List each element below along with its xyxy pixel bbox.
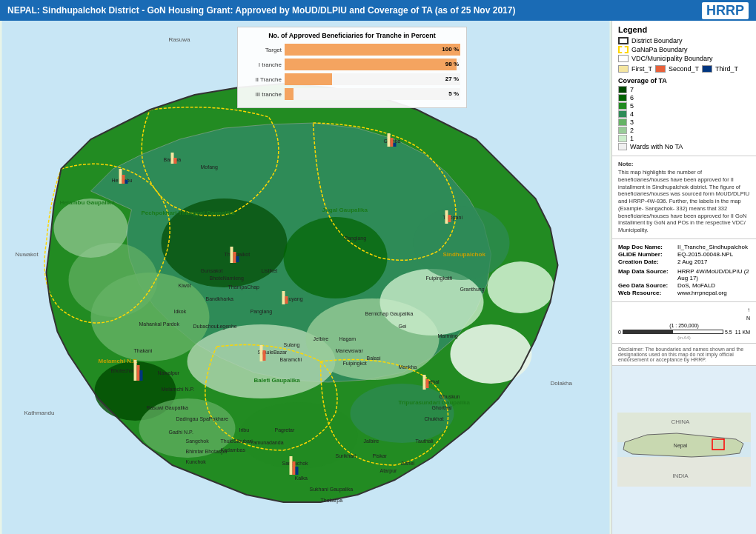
svg-text:Idkok: Idkok	[174, 309, 187, 314]
chart-bar-container: 98 %	[285, 59, 460, 70]
svg-text:Dadingau SpaPokhare: Dadingau SpaPokhare	[176, 416, 229, 422]
first-tranche-row: First_T	[618, 65, 652, 73]
svg-text:Ghorthal: Ghorthal	[432, 405, 452, 410]
svg-text:Fuipingkatti: Fuipingkatti	[426, 276, 453, 281]
scale-section: ↑ N (1 : 250,000) 0 5.5 11 KM (in A4)	[612, 302, 756, 344]
data-source-block: Map Data Source: HRRP 4W/MoUD/DLPIU (2 A…	[618, 268, 750, 296]
second-t-symbol	[655, 65, 666, 73]
svg-text:Melamchi N.P.: Melamchi N.P.	[162, 387, 195, 392]
second-tranche-row: Second_T	[655, 65, 699, 73]
svg-text:Kiwot: Kiwot	[179, 283, 191, 288]
svg-text:Sangchok: Sangchok	[186, 438, 210, 444]
svg-rect-81	[119, 169, 122, 184]
svg-rect-97	[137, 365, 140, 381]
svg-text:Chukhat: Chukhat	[425, 416, 444, 421]
chart-bar-value: 27 %	[445, 73, 459, 85]
svg-rect-99	[290, 456, 293, 475]
datasource-label1: Map Data Source:	[618, 268, 677, 281]
svg-point-14	[351, 384, 454, 443]
inset-map: CHINA INDIA Nepal	[612, 366, 756, 534]
chart-bar-fill	[285, 59, 457, 70]
svg-text:Nepal: Nepal	[674, 443, 688, 449]
svg-text:Kadambas: Kadambas	[221, 447, 246, 453]
svg-text:Baramchi: Baramchi	[280, 357, 302, 362]
note-text: This map highlights the number of benefi…	[618, 169, 750, 234]
chart-bar-row: Target 100 %	[244, 44, 460, 56]
label-jugal: Jugal Gaupalika	[322, 207, 368, 213]
scale-note: (in A4)	[618, 336, 750, 340]
coverage-value-label: 4	[630, 110, 634, 118]
label-melamchi-np: Melamchi N.P.	[99, 358, 138, 364]
svg-rect-103	[448, 215, 451, 222]
place-dolakha: Dolakha	[551, 380, 573, 387]
label-pechpokhari: Pechpokhari Thangpal Gaupalika	[142, 210, 236, 216]
svg-point-15	[451, 324, 532, 384]
chart-bar-label: Target	[244, 47, 285, 53]
ganapa-boundary-symbol	[618, 46, 629, 53]
label-helambu: Helambu Gaupalika	[60, 199, 116, 206]
svg-text:ThampaChap: ThampaChap	[228, 284, 260, 290]
scale-bar: 0 5.5 11 KM	[618, 330, 750, 335]
chart-bar-fill	[285, 44, 460, 56]
svg-rect-98	[140, 370, 143, 381]
svg-text:Atarpur: Atarpur	[380, 468, 398, 474]
chart-bar-container: 5 %	[285, 88, 460, 100]
svg-rect-105	[426, 379, 429, 388]
tranche-legend: First_T Second_T Third_T	[618, 65, 750, 74]
svg-text:Fuipingkot: Fuipingkot	[343, 361, 367, 367]
date-label: Creation Date:	[618, 258, 677, 265]
svg-text:Thakani: Thakani	[134, 348, 153, 353]
svg-text:ThuloSibubari: ThuloSibubari	[221, 438, 253, 444]
coverage-item: 3	[618, 119, 750, 126]
chart-bar-row: III tranche 5 %	[244, 88, 460, 100]
legend-ganapa-boundary: GaNaPa Boundary	[618, 46, 750, 53]
coverage-items: 7 6 5 4 3 2 1 Wards with No TA	[618, 86, 750, 150]
svg-rect-83	[125, 180, 128, 184]
coverage-color-box	[618, 119, 627, 126]
svg-text:Gei: Gei	[399, 324, 407, 329]
svg-text:Gunsakot: Gunsakot	[201, 268, 223, 273]
vdc-boundary-symbol	[618, 55, 629, 62]
svg-rect-108	[617, 457, 751, 487]
svg-rect-104	[423, 375, 426, 390]
scale-line-container	[623, 330, 723, 334]
datasource-row2: Geo Data Source: DoS, MoFALD	[618, 282, 750, 289]
legend-district-label: District Boundary	[631, 37, 683, 44]
chart-bar-container: 27 %	[285, 73, 460, 85]
svg-text:Gadhi N.P.: Gadhi N.P.	[169, 430, 193, 435]
datasource-val2: DoS, MoFALD	[677, 282, 750, 289]
coverage-value-label: 5	[630, 102, 634, 110]
svg-text:Bernichap Gaupalika: Bernichap Gaupalika	[365, 311, 414, 317]
glide-label: GLIDE Number:	[618, 251, 677, 258]
north-arrow: ↑ N	[618, 305, 750, 321]
svg-text:Pagretar: Pagretar	[275, 427, 296, 433]
scale-left: 0	[618, 330, 621, 335]
coverage-value-label: Wards with No TA	[630, 143, 683, 150]
svg-point-8	[284, 217, 388, 298]
svg-text:Yamunadanda: Yamunadanda	[251, 440, 284, 445]
svg-rect-100	[293, 461, 296, 475]
chart-bar-value: 5 %	[448, 88, 459, 100]
place-kathmandu: Kathmandu	[24, 410, 55, 416]
chart-bar-container: 100 %	[285, 44, 460, 56]
svg-text:Surikhari: Surikhari	[336, 453, 357, 458]
map-doc-value: II_Tranche_Sindhupalchok	[677, 244, 750, 250]
svg-text:Kunchok: Kunchok	[186, 459, 207, 464]
datasource-row1: Map Data Source: HRRP 4W/MoUD/DLPIU (2 A…	[618, 268, 750, 281]
scale-ratio: (1 : 250,000)	[618, 323, 750, 328]
scale-mid: 5.5	[725, 330, 732, 335]
svg-text:Hagam: Hagam	[339, 336, 357, 342]
district-boundary-symbol	[618, 37, 629, 44]
coverage-value-label: 7	[630, 86, 634, 93]
chart-bar-fill	[285, 73, 332, 85]
disclaimer: Disclaimer: The boundaries and names sho…	[612, 344, 756, 366]
svg-text:Granthung: Granthung	[460, 287, 485, 293]
label-sindhupalchok: Sindhupalchok	[443, 251, 486, 258]
svg-text:Nawalpur: Nawalpur	[158, 370, 180, 376]
coverage-item: 5	[618, 102, 750, 110]
svg-rect-102	[445, 210, 448, 224]
chart-bar-value: 98 %	[445, 59, 459, 70]
chart-area: No. of Approved Beneficiaries for Tranch…	[237, 27, 467, 108]
legend-vdc-label: VDC/Municipality Boundary	[631, 55, 713, 62]
legend-district-boundary: District Boundary	[618, 37, 750, 44]
